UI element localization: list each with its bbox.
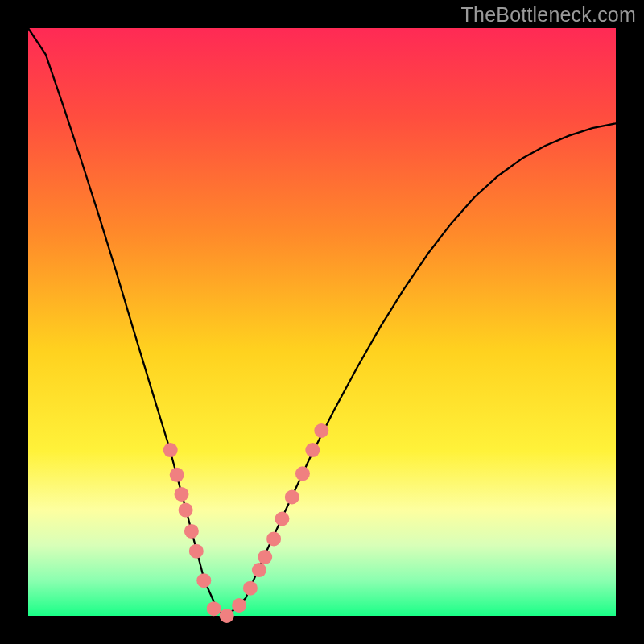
curve-marker bbox=[232, 598, 246, 613]
watermark-text: TheBottleneck.com bbox=[461, 3, 636, 27]
curve-marker bbox=[314, 423, 328, 438]
curve-marker bbox=[170, 468, 184, 482]
curve-marker bbox=[207, 601, 221, 616]
curve-marker bbox=[243, 581, 258, 596]
curve-marker bbox=[175, 487, 189, 502]
curve-marker bbox=[163, 443, 178, 457]
plot-background bbox=[28, 28, 616, 616]
chart-stage: TheBottleneck.com bbox=[0, 0, 644, 644]
curve-marker bbox=[258, 550, 272, 564]
curve-marker bbox=[220, 609, 234, 623]
curve-marker bbox=[179, 503, 193, 518]
curve-marker bbox=[189, 544, 204, 559]
curve-marker bbox=[305, 443, 320, 457]
chart-svg bbox=[0, 0, 644, 644]
curve-marker bbox=[295, 466, 310, 481]
curve-marker bbox=[196, 573, 211, 588]
curve-marker bbox=[266, 531, 281, 546]
curve-marker bbox=[252, 563, 266, 577]
curve-marker bbox=[184, 524, 199, 539]
curve-marker bbox=[275, 512, 289, 526]
curve-marker bbox=[285, 490, 299, 505]
